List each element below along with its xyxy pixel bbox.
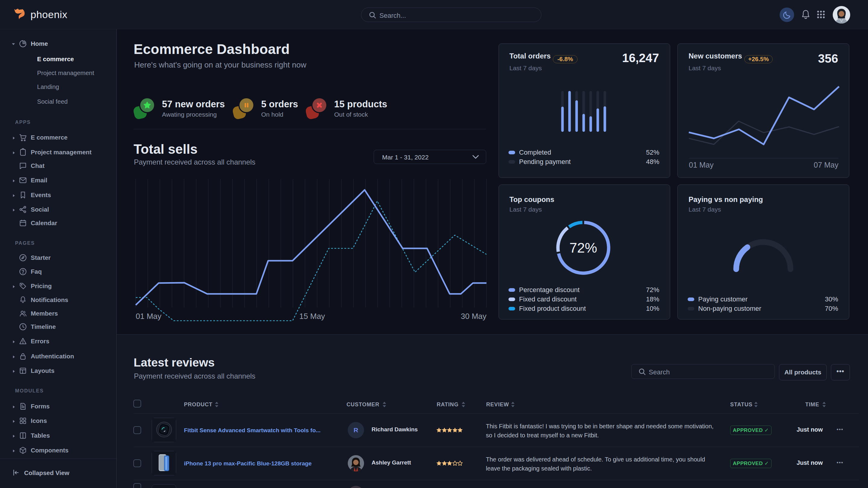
svg-text:72%: 72% xyxy=(569,240,597,256)
svg-text:01 May: 01 May xyxy=(136,312,161,321)
svg-text:07 May: 07 May xyxy=(814,161,838,169)
svg-text:15 May: 15 May xyxy=(299,312,325,321)
svg-text:30 May: 30 May xyxy=(461,312,487,321)
svg-text:01 May: 01 May xyxy=(689,161,714,169)
